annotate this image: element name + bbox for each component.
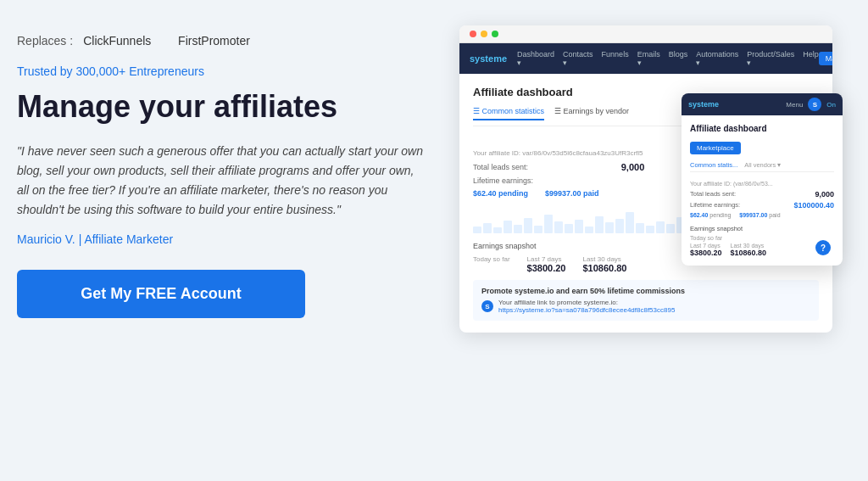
db-lifetime-label: Lifetime earnings:: [473, 176, 533, 185]
db-nav-emails[interactable]: Emails ▾: [637, 50, 660, 67]
db-nav-dashboard[interactable]: Dashboard ▾: [517, 50, 554, 67]
db-promote-section: Promote systeme.io and earn 50% lifetime…: [473, 280, 819, 321]
maximize-dot: [492, 31, 498, 37]
db-s-icon: S: [481, 300, 493, 312]
db-last7: Last 7 days $3800.20: [527, 255, 566, 273]
db-brand: systeme: [470, 53, 507, 64]
db-affiliate-link[interactable]: https://systeme.io?sa=sa078a796dfc8ecee4…: [498, 306, 675, 314]
main-heading: Manage your affiliates: [17, 88, 424, 125]
right-column: systeme Dashboard ▾ Contacts ▾ Funnels E…: [458, 25, 834, 456]
ov-pending-row: $62.40 pending $99937.00 paid: [690, 212, 834, 218]
ov-earnings-title: Earnings snapshot: [690, 225, 834, 232]
ov-brand: systeme: [688, 100, 719, 109]
close-dot: [470, 31, 476, 37]
minimize-dot: [481, 31, 487, 37]
db-tab-vendor[interactable]: ☰ Earnings by vendor: [554, 107, 629, 120]
trusted-text: Trusted by 300,000+ Entrepreneurs: [17, 64, 424, 78]
ov-total-leads-row: Total leads sent: 9,000: [690, 190, 834, 199]
db-total-leads-label: Total leads sent:: [473, 163, 528, 171]
ov-paid: $99937.00 paid: [739, 212, 780, 218]
quote-text: "I have never seen such a generous offer…: [17, 142, 424, 220]
ov-menu-label[interactable]: Menu: [786, 101, 803, 109]
db-nav-automations[interactable]: Automations ▾: [696, 50, 738, 67]
ov-leads-label: Total leads sent:: [690, 190, 736, 199]
get-free-account-button[interactable]: Get My FREE Account: [17, 270, 305, 318]
db-last30: Last 30 days $10860.80: [582, 255, 626, 273]
db-nav-funnels[interactable]: Funnels: [602, 50, 629, 67]
db-paid: $99937.00 paid: [545, 189, 599, 198]
ov-today-label: Today so far: [690, 235, 834, 241]
db-nav-help[interactable]: Help: [803, 50, 819, 67]
ov-lifetime-label: Lifetime earnings:: [690, 201, 740, 210]
ov-nav-right: Menu S On: [786, 98, 836, 111]
ov-on-label: On: [826, 101, 836, 109]
ov-last30: Last 30 days $10860.80: [731, 243, 767, 257]
ov-tab-common[interactable]: Common statis...: [690, 161, 737, 169]
author-text: Mauricio V. | Affiliate Marketer: [17, 232, 424, 246]
db-marketplace-button[interactable]: Marketplace: [819, 52, 832, 65]
ov-pending: $62.40 pending: [690, 212, 731, 218]
db-today: Today so far: [473, 255, 510, 273]
replaces-item-1: ClickFunnels: [83, 34, 151, 48]
ov-tabs: Common statis... All vendors ▾: [690, 161, 834, 172]
ov-title: Affiliate dashboard: [690, 124, 834, 133]
db-nav-blogs[interactable]: Blogs: [669, 50, 688, 67]
ov-tab-vendor[interactable]: All vendors ▾: [744, 161, 781, 169]
dashboard-navbar: systeme Dashboard ▾ Contacts ▾ Funnels E…: [459, 43, 832, 74]
db-link-label: Your affiliate link to promote systeme.i…: [498, 299, 675, 306]
db-total-leads-value: 9,000: [621, 162, 645, 172]
ov-last7: Last 7 days $3800.20: [690, 243, 722, 257]
ov-lifetime-row: Lifetime earnings: $100000.40: [690, 201, 834, 210]
ov-avatar: S: [808, 98, 821, 111]
left-column: Replaces : ClickFunnels FirstPromoter Tr…: [17, 25, 424, 456]
ov-leads-value: 9,000: [815, 190, 834, 199]
ov-navbar: systeme Menu S On: [682, 93, 843, 115]
db-nav-productsales[interactable]: Product/Sales ▾: [747, 50, 794, 67]
replaces-row: Replaces : ClickFunnels FirstPromoter: [17, 34, 424, 48]
db-nav-items: Dashboard ▾ Contacts ▾ Funnels Emails ▾ …: [517, 50, 819, 67]
ov-lifetime-value: $100000.40: [793, 201, 834, 210]
ov-earnings-row: Last 7 days $3800.20 Last 30 days $10860…: [690, 243, 834, 257]
help-button[interactable]: ?: [815, 240, 831, 255]
replaces-label: Replaces :: [17, 34, 73, 48]
db-nav-contacts[interactable]: Contacts ▾: [563, 50, 593, 67]
replaces-separator: [161, 34, 168, 48]
ov-marketplace-btn[interactable]: Marketplace: [690, 142, 741, 154]
ov-affiliate-id: Your affiliate ID: (var/86/0v/53...: [690, 181, 834, 187]
dashboard-overlay: systeme Menu S On Affiliate dashboard Ma…: [682, 93, 843, 266]
db-promote-row: S Your affiliate link to promote systeme…: [481, 299, 810, 314]
replaces-item-2: FirstPromoter: [178, 34, 250, 48]
db-pending: $62.40 pending: [473, 189, 528, 198]
db-tab-common[interactable]: ☰ Common statistics: [473, 107, 544, 120]
db-promote-title: Promote systeme.io and earn 50% lifetime…: [481, 287, 810, 295]
